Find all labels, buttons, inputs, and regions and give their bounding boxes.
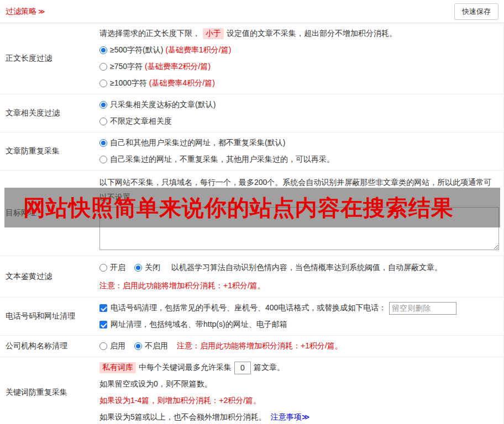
- max-articles-input[interactable]: [234, 362, 251, 374]
- row-phone-url-clean: 电话号码和网址清理 电话号码清理，包括常见的手机号、座机号、400电话格式，或替…: [0, 298, 503, 336]
- row-content: 自己和其他用户采集过的网址，都不重复采集(默认) 自己采集过的网址，不重复采集，…: [99, 132, 503, 170]
- row-keyword-dedupe: 关键词防重复采集 私有词库 中每个关键词最多允许采集 篇文章。 如果留空或设为0…: [0, 357, 503, 424]
- row-relevance-filter: 文章相关度过滤 只采集相关度达标的文章(默认) 不限定文章相关度: [0, 94, 503, 132]
- company-clean-cost-note: 注意：启用此功能将增加积分消耗：+1积分/篇。: [177, 341, 343, 351]
- row-label-text: 关键词防重复采集: [6, 388, 67, 398]
- option-porn-on[interactable]: 开启: [99, 263, 125, 273]
- private-thesaurus-link[interactable]: 私有词库: [99, 362, 136, 373]
- row-label: 文本鉴黄过滤: [0, 256, 99, 297]
- row-label-text: 文章防重复采集: [6, 146, 60, 156]
- option-porn-off[interactable]: 关闭: [134, 263, 160, 273]
- radio-dedupe-all-users[interactable]: [99, 139, 107, 147]
- porn-filter-description: 以机器学习算法自动识别色情内容，当色情概率达到系统阈值，自动屏蔽文章。: [171, 263, 442, 273]
- row-label: 正文长度过滤: [0, 23, 99, 94]
- porn-filter-options: 开启 关闭 以机器学习算法自动识别色情内容，当色情概率达到系统阈值，自动屏蔽文章…: [99, 258, 499, 277]
- radio-company-clean-on[interactable]: [99, 342, 107, 350]
- watermark-text: 网站快照简单来说你的站点内容在搜索结果: [23, 193, 454, 223]
- row-content: 请选择需求的正文长度下限， 小于 设定值的文章不采集，超出部分不增加积分消耗。 …: [99, 23, 503, 94]
- option-label: ≥1000字符: [110, 78, 147, 88]
- option-company-clean-on[interactable]: 启用: [99, 341, 125, 351]
- notes-link[interactable]: 注意事项≫: [271, 412, 310, 422]
- keyword-limit-line: 私有词库 中每个关键词最多允许采集 篇文章。: [99, 359, 499, 376]
- radio-relevance-required[interactable]: [99, 101, 107, 109]
- phone-clean-option: 电话号码清理，包括常见的手机号、座机号、400电话格式，或替换成如下电话：: [99, 300, 499, 316]
- option-relevance-any[interactable]: 不限定文章相关度: [99, 113, 499, 130]
- row-label-text: 文章相关度过滤: [6, 108, 60, 118]
- top-bar: 过滤策略≫ 快速保存: [0, 0, 504, 23]
- company-clean-options: 启用 不启用 注意：启用此功能将增加积分消耗：+1积分/篇。: [99, 338, 499, 354]
- option-dedupe-all-users[interactable]: 自己和其他用户采集过的网址，都不重复采集(默认): [99, 135, 499, 151]
- row-porn-filter: 文本鉴黄过滤 开启 关闭 以机器学习算法自动识别色情内容，当色情概率达到系统阈值…: [0, 256, 503, 298]
- row-content: 启用 不启用 注意：启用此功能将增加积分消耗：+1积分/篇。: [99, 336, 503, 357]
- option-company-clean-off[interactable]: 不启用: [134, 341, 168, 351]
- page-title-text: 过滤策略: [6, 7, 36, 15]
- option-500-chars[interactable]: ≥500字符(默认) (基础费率1积分/篇): [99, 42, 499, 59]
- radio-750-chars[interactable]: [99, 63, 107, 71]
- radio-1000-chars[interactable]: [99, 80, 107, 87]
- option-label: 不限定文章相关度: [110, 116, 172, 126]
- option-label: 开启: [110, 263, 125, 273]
- option-1000-chars[interactable]: ≥1000字符 (基础费率4积分/篇): [99, 75, 499, 92]
- watermark-overlay: 网站快照简单来说你的站点内容在搜索结果: [4, 188, 500, 227]
- url-clean-checkbox[interactable]: [99, 321, 107, 328]
- option-label: ≥750字符: [110, 62, 143, 72]
- option-label: 自己采集过的网址，不重复采集，其他用户采集过的，可以再采。: [110, 155, 334, 165]
- row-label: 电话号码和网址清理: [0, 298, 99, 335]
- url-clean-label: 网址清理，包括纯域名、带http(s)的网址、电子邮箱: [111, 320, 287, 330]
- option-label: 只采集相关度达标的文章(默认): [110, 100, 216, 110]
- body-length-intro: 请选择需求的正文长度下限， 小于 设定值的文章不采集，超出部分不增加积分消耗。: [99, 25, 499, 42]
- option-relevance-required[interactable]: 只采集相关度达标的文章(默认): [99, 97, 499, 113]
- option-label: ≥500字符(默认): [110, 45, 163, 55]
- fee-note: (基础费率4积分/篇): [149, 78, 215, 88]
- radio-500-chars[interactable]: [99, 46, 107, 54]
- row-label: 公司机构名称清理: [0, 336, 99, 357]
- quick-save-button[interactable]: 快速保存: [454, 3, 498, 20]
- option-label: 自己和其他用户采集过的网址，都不重复采集(默认): [110, 138, 285, 148]
- row-label: 文章防重复采集: [0, 132, 99, 170]
- row-content: 开启 关闭 以机器学习算法自动识别色情内容，当色情概率达到系统阈值，自动屏蔽文章…: [99, 256, 503, 297]
- fee-note: (基础费率1积分/篇): [165, 45, 231, 55]
- keyword-note-unlimited: 如果留空或设为0，则不限篇数。: [99, 376, 499, 393]
- phone-clean-label: 电话号码清理，包括常见的手机号、座机号、400电话格式，或替换成如下电话：: [111, 303, 386, 313]
- radio-company-clean-off[interactable]: [134, 342, 142, 350]
- option-label: 不启用: [145, 341, 168, 351]
- intro-post: 设定值的文章不采集，超出部分不增加积分消耗。: [227, 29, 397, 39]
- row-content: 私有词库 中每个关键词最多允许采集 篇文章。 如果留空或设为0，则不限篇数。 如…: [99, 357, 503, 424]
- radio-porn-off[interactable]: [134, 264, 142, 272]
- row-label-text: 电话号码和网址清理: [6, 311, 75, 321]
- row-company-clean: 公司机构名称清理 启用 不启用 注意：启用此功能将增加积分消耗：+1积分/篇。: [0, 336, 503, 357]
- row-label-text: 文本鉴黄过滤: [6, 272, 52, 282]
- row-content: 电话号码清理，包括常见的手机号、座机号、400电话格式，或替换成如下电话： 网址…: [99, 298, 503, 335]
- porn-filter-cost-note: 注意：启用此功能将增加积分消耗：+1积分/篇。: [99, 277, 499, 295]
- fee-note: (基础费率2积分/篇): [145, 62, 211, 72]
- row-label: 关键词防重复采集: [0, 357, 99, 424]
- option-label: 关闭: [145, 263, 160, 273]
- option-750-chars[interactable]: ≥750字符 (基础费率2积分/篇): [99, 59, 499, 75]
- option-label: 启用: [110, 341, 125, 351]
- keyword-note-text: 如果设为5篇或以上，也不会额外增加积分消耗。: [99, 412, 266, 422]
- keyword-note-five-plus: 如果设为5篇或以上，也不会额外增加积分消耗。 注意事项≫: [99, 409, 499, 424]
- option-dedupe-self-only[interactable]: 自己采集过的网址，不重复采集，其他用户采集过的，可以再采。: [99, 151, 499, 168]
- row-body-length-filter: 正文长度过滤 请选择需求的正文长度下限， 小于 设定值的文章不采集，超出部分不增…: [0, 23, 503, 94]
- row-label-text: 正文长度过滤: [6, 54, 52, 63]
- row-anti-duplicate: 文章防重复采集 自己和其他用户采集过的网址，都不重复采集(默认) 自己采集过的网…: [0, 132, 503, 171]
- keyword-limit-text: 中每个关键词最多允许采集: [139, 363, 232, 373]
- radio-relevance-any[interactable]: [99, 118, 107, 125]
- row-content: 只采集相关度达标的文章(默认) 不限定文章相关度: [99, 94, 503, 132]
- chevron-down-icon: ≫: [38, 8, 45, 15]
- intro-pre: 请选择需求的正文长度下限，: [99, 29, 200, 39]
- row-label: 文章相关度过滤: [0, 94, 99, 132]
- page-title[interactable]: 过滤策略≫: [6, 7, 45, 17]
- row-label-text: 公司机构名称清理: [6, 341, 67, 351]
- keyword-limit-suffix: 篇文章。: [254, 363, 285, 373]
- phone-clean-checkbox[interactable]: [99, 304, 107, 312]
- phone-replacement-input[interactable]: [389, 302, 456, 315]
- keyword-note-cost: 如果设为1-4篇，则增加积分消耗：+2积分/篇。: [99, 393, 499, 409]
- url-clean-option: 网址清理，包括纯域名、带http(s)的网址、电子邮箱: [99, 316, 499, 333]
- radio-dedupe-self-only[interactable]: [99, 156, 107, 163]
- less-than-highlight: 小于: [203, 28, 224, 39]
- radio-porn-on[interactable]: [99, 264, 107, 272]
